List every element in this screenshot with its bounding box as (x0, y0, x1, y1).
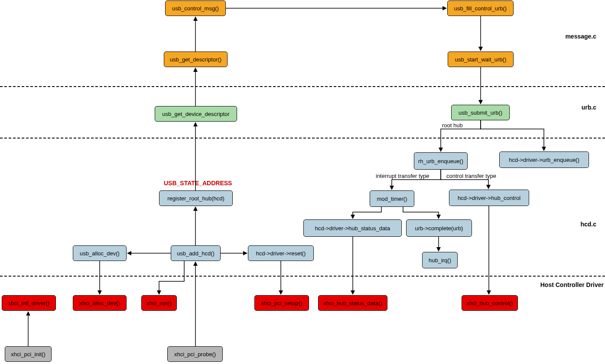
node-xhci-hub-status-data: xhci_hub_status_data() (318, 295, 387, 311)
edge-label-interrupt: interrupt transfer type (376, 173, 429, 179)
node-xhci-init-driver: xhci_init_driver() (2, 295, 56, 311)
node-hub-irq: hub_irq() (422, 252, 458, 268)
node-xhci-run: xhci_run() (141, 295, 177, 311)
node-usb-alloc-dev: usb_alloc_dev() (73, 245, 127, 261)
node-hcd-driver-urb-enqueue: hcd->driver->urb_enqueue() (499, 151, 589, 168)
node-hcd-driver-hub-control: hcd->driver->hub_control (449, 190, 529, 206)
section-label-message: message.c (565, 33, 596, 40)
node-xhci-hub-control: xhci_hub_control() (462, 295, 518, 311)
node-hcd-driver-hub-status-data: hcd->driver->hub_status_data (303, 219, 402, 237)
node-usb-fill-control-urb: usb_fill_control_urb() (447, 0, 514, 16)
separator-message-urb (0, 86, 605, 87)
node-usb-control-msg: usb_control_msg() (165, 0, 226, 16)
node-xhci-pci-init: xhci_pci_init() (5, 346, 52, 362)
separator-hcd-host (0, 276, 605, 277)
node-register-root-hub: register_root_hub(hcd) (159, 190, 233, 206)
node-usb-get-descriptor: usb_get_descriptor() (164, 52, 228, 67)
edge-label-control: control transfer type (446, 173, 496, 179)
node-usb-start-wait-urb: usb_start_wait_urb() (448, 52, 514, 67)
node-usb-submit-urb: usb_submit_urb() (451, 105, 510, 120)
node-mod-timer: mod_timer() (370, 190, 414, 207)
section-label-host: Host Controller Driver (540, 281, 604, 288)
node-rh-urb-enqueue: rh_urb_enqueue() (414, 152, 468, 170)
node-urb-complete: urb->complete(urb) (406, 219, 472, 237)
edge-label-root-hub: root hub (442, 122, 463, 129)
section-label-urb: urb.c (582, 104, 596, 111)
node-usb-get-device-descriptor: usb_get_device_descriptor (155, 106, 237, 122)
node-xhci-pci-probe: xhci_pci_probe() (167, 346, 223, 362)
node-xhci-pci-setup: xhci_pci_setup() (254, 295, 309, 311)
node-usb-add-hcd: usb_add_hcd() (171, 245, 221, 261)
annotation-usb-state-address: USB_STATE_ADDRESS (164, 180, 232, 187)
section-label-hcd: hcd.c (580, 221, 596, 228)
node-xhci-alloc-dev: xhci_alloc_dev() (73, 295, 127, 311)
node-hcd-driver-reset: hcd->driver->reset() (248, 245, 314, 261)
separator-urb-hcd (0, 138, 605, 139)
